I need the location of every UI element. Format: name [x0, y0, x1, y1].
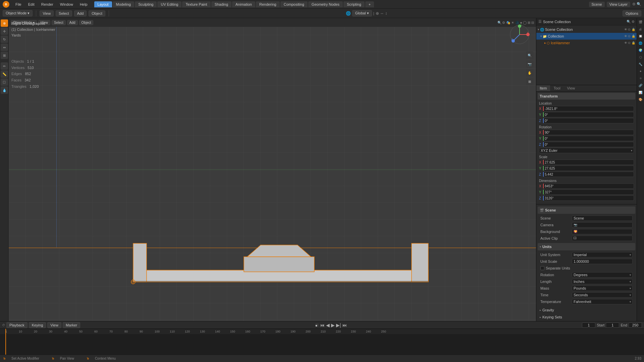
vp-object-btn[interactable]: Object	[79, 20, 94, 25]
tab-shading[interactable]: Shading	[211, 1, 231, 7]
dim-x[interactable]: 8453°	[543, 183, 634, 189]
tab-sculpting[interactable]: Sculpting	[135, 1, 157, 7]
rec-btn[interactable]: ●	[315, 323, 319, 327]
prop-icon-render[interactable]: 🎬	[637, 19, 644, 25]
tab-view[interactable]: View	[564, 85, 579, 91]
keying-sets-item[interactable]: ▸ Keying Sets	[538, 314, 635, 320]
add-menu[interactable]: Add	[74, 10, 87, 16]
tool-measure[interactable]: 📏	[1, 70, 8, 78]
menu-edit[interactable]: Edit	[25, 2, 37, 7]
rotation-x[interactable]: 90°	[543, 130, 634, 135]
tab-add[interactable]: +	[365, 1, 374, 7]
vp-hand[interactable]: ✋	[526, 69, 533, 76]
prop-icon-output[interactable]: 🖨	[637, 26, 644, 33]
start-frame[interactable]: 1	[606, 322, 619, 328]
location-y[interactable]: 0°	[543, 112, 634, 117]
tool-cursor[interactable]: ⊕	[1, 19, 8, 27]
tab-compositing[interactable]: Compositing	[280, 1, 308, 7]
rotation-z[interactable]: 0°	[543, 142, 634, 147]
rotation-units-value[interactable]: Degrees ▾	[572, 272, 633, 278]
tab-rendering[interactable]: Rendering	[256, 1, 280, 7]
tab-animation[interactable]: Animation	[232, 1, 255, 7]
prop-icon-data[interactable]: 📊	[637, 89, 644, 96]
prop-icon-view-layer[interactable]: 🔲	[637, 33, 644, 40]
outliner-row-scene-collection[interactable]: ▾ 🌐 Scene Collection 👁 ⊙ 🔒	[536, 26, 637, 33]
select-menu[interactable]: Select	[56, 10, 72, 16]
menu-file[interactable]: File	[13, 2, 24, 7]
prop-icon-scene[interactable]: 🌐	[637, 40, 644, 47]
unit-system-value[interactable]: Imperial ▾	[572, 252, 633, 257]
tool-scale[interactable]: ⇔	[1, 44, 8, 51]
unit-scale-value[interactable]: 1.000000	[572, 259, 633, 264]
temperature-value[interactable]: Fahrenheit ▾	[572, 299, 633, 304]
gravity-item[interactable]: ▸ Gravity	[538, 307, 635, 313]
time-value[interactable]: Seconds ▾	[572, 292, 633, 298]
outliner-filter[interactable]: 🔍 ⚙	[627, 20, 635, 23]
tab-geometry-nodes[interactable]: Geometry Nodes	[308, 1, 343, 7]
prev-frame-btn[interactable]: ◀	[326, 322, 330, 328]
menu-render[interactable]: Render	[39, 2, 56, 7]
tool-transform[interactable]: ⊞	[1, 52, 8, 59]
current-frame[interactable]: 1	[582, 322, 595, 328]
view-menu[interactable]: View	[40, 10, 54, 16]
dim-z[interactable]: 3126°	[543, 195, 634, 201]
scale-x[interactable]: 27.625	[543, 160, 634, 165]
outliner-row-icehammer[interactable]: ▸ ⬡ IceHammer 👁 ⊙ 🔒	[536, 40, 637, 46]
prop-icon-object[interactable]: ⬡	[637, 54, 644, 61]
skip-end-btn[interactable]: ⏭	[342, 322, 347, 328]
tab-scripting[interactable]: Scripting	[343, 1, 365, 7]
location-z[interactable]: 0°	[543, 118, 634, 123]
active-clip-value[interactable]: 🎞	[572, 236, 633, 241]
viewport[interactable]: Object Mode ▾ View Select Add Object 🔍 ⚙…	[9, 18, 536, 321]
end-frame[interactable]: 250	[629, 322, 642, 328]
vp-zoom-in[interactable]: 🔍	[526, 52, 533, 59]
scene-selector[interactable]: Scene	[589, 2, 605, 7]
keying-btn[interactable]: Keying	[29, 322, 46, 328]
next-frame-btn[interactable]: ▶|	[336, 322, 341, 328]
mode-selector[interactable]: Object Mode ▾	[3, 10, 33, 16]
tool-move[interactable]: ✛	[1, 27, 8, 35]
tool-add-cube[interactable]: ☐	[1, 78, 8, 86]
tab-modeling[interactable]: Modeling	[113, 1, 135, 7]
view-btn[interactable]: View	[47, 322, 61, 328]
outliner-row-collection[interactable]: ▾ 📁 Collection 👁 ⊙ 🔒	[536, 33, 637, 40]
dim-y[interactable]: 327°	[543, 189, 634, 195]
timeline-body[interactable]: 1 10 20 30 40 50 60 70 80 90 100 110 120…	[0, 329, 644, 355]
scale-y[interactable]: 27.625	[543, 166, 634, 171]
object-menu[interactable]: Object	[89, 10, 105, 16]
tool-annotate[interactable]: ✏	[1, 62, 8, 70]
vp-camera[interactable]: 📷	[526, 60, 533, 68]
prop-icon-modifier[interactable]: 🔧	[637, 61, 644, 68]
separate-units-checkbox[interactable]	[540, 266, 544, 270]
menu-window[interactable]: Window	[57, 2, 76, 7]
length-value[interactable]: Inches ▾	[572, 279, 633, 284]
tab-item[interactable]: Item	[536, 85, 550, 91]
menu-help[interactable]: Help	[77, 2, 90, 7]
background-value[interactable]: 🌄	[572, 229, 633, 234]
tool-eyedropper[interactable]: 💧	[1, 86, 8, 94]
marker-btn[interactable]: Marker	[63, 322, 80, 328]
units-header[interactable]: ▾ Units	[538, 243, 635, 250]
vp-grid[interactable]: ⊞	[526, 78, 533, 85]
tab-texture-paint[interactable]: Texture Paint	[182, 1, 210, 7]
scene-name-value[interactable]: Scene	[572, 216, 633, 221]
transform-global[interactable]: Global ▾	[352, 10, 372, 16]
location-x[interactable]: -3621.8°	[543, 106, 634, 111]
scale-z[interactable]: 5.442	[543, 172, 634, 177]
mass-value[interactable]: Pounds ▾	[572, 286, 633, 291]
playback-btn[interactable]: Playback	[6, 322, 28, 328]
prop-icon-particles[interactable]: ✦	[637, 68, 644, 75]
prop-icon-material[interactable]: 🎨	[637, 96, 644, 103]
tab-uv-editing[interactable]: UV Editing	[157, 1, 181, 7]
vp-add-btn[interactable]: Add	[67, 20, 78, 25]
tab-layout[interactable]: Layout	[94, 1, 112, 7]
play-btn[interactable]: ▶	[331, 322, 335, 328]
tool-rotate[interactable]: ↻	[1, 36, 8, 43]
rotation-y[interactable]: 0°	[543, 136, 634, 141]
prop-icon-world[interactable]: 🌍	[637, 47, 644, 54]
rotation-mode[interactable]: XYZ Euler ▾	[539, 148, 634, 153]
prop-icon-constraints[interactable]: 🔗	[637, 82, 644, 89]
tab-tool[interactable]: Tool	[550, 85, 564, 91]
skip-start-btn[interactable]: ⏮	[320, 322, 325, 328]
options-btn[interactable]: Options	[623, 10, 641, 16]
